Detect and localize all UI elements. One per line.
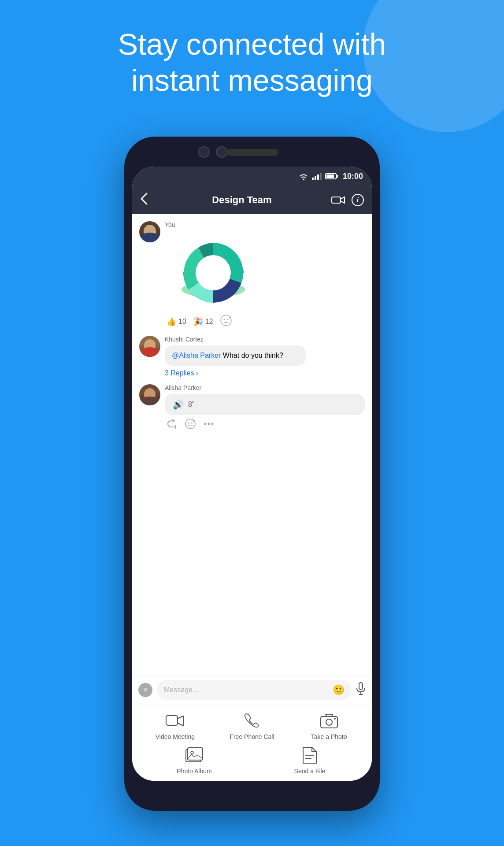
reply-action[interactable] bbox=[167, 419, 177, 429]
avatar-alisha bbox=[139, 384, 160, 405]
chart-image bbox=[165, 231, 262, 310]
svg-rect-28 bbox=[188, 748, 203, 760]
video-meeting-label: Video Meeting bbox=[156, 733, 195, 740]
sender-name-2: Khushi Cortez bbox=[165, 336, 365, 343]
audio-bubble: 🔊 8" bbox=[165, 394, 365, 415]
message-placeholder: Message... bbox=[164, 686, 198, 694]
replies-link[interactable]: 3 Replies › bbox=[165, 369, 365, 377]
svg-point-19 bbox=[211, 423, 214, 425]
status-time: 10:00 bbox=[343, 172, 363, 181]
message-input-field[interactable]: Message... 🙂 bbox=[157, 680, 352, 700]
phone-call-icon bbox=[241, 712, 263, 730]
message-content-2: Khushi Cortez @Alisha Parker What do you… bbox=[165, 336, 365, 377]
status-bar: 10:00 bbox=[132, 167, 372, 186]
svg-point-18 bbox=[208, 423, 210, 425]
add-reaction-button[interactable] bbox=[220, 315, 232, 329]
video-meeting-icon bbox=[164, 712, 186, 730]
hero-tagline: Stay connected with instant messaging bbox=[0, 26, 504, 98]
svg-point-25 bbox=[326, 719, 332, 725]
camera-icon bbox=[318, 712, 340, 730]
avatar-khushi bbox=[139, 336, 160, 357]
actions-row-1: Video Meeting Free Phone Call bbox=[137, 712, 367, 740]
info-button[interactable]: i bbox=[352, 194, 364, 206]
signal-icon bbox=[312, 173, 322, 180]
svg-point-17 bbox=[204, 423, 207, 425]
audio-wave-icon: 🔊 bbox=[173, 399, 184, 410]
svg-point-14 bbox=[191, 423, 193, 424]
send-file-icon bbox=[299, 746, 321, 764]
phone-screen: 10:00 Design Team bbox=[132, 167, 372, 781]
photo-album-action[interactable]: Photo Album bbox=[166, 746, 223, 775]
send-file-label: Send a File bbox=[294, 768, 326, 775]
svg-point-8 bbox=[227, 319, 228, 320]
photo-album-label: Photo Album bbox=[177, 768, 211, 775]
input-area: × Message... 🙂 bbox=[132, 675, 372, 705]
microphone-button[interactable] bbox=[356, 682, 366, 698]
app-bar: Design Team i bbox=[132, 186, 372, 214]
actions-row-2: Photo Album Send a File bbox=[137, 746, 367, 775]
text-bubble: @Alisha Parker What do you think? bbox=[165, 345, 306, 366]
phone-mockup: 10:00 Design Team bbox=[124, 137, 380, 811]
phone-speaker bbox=[226, 149, 278, 156]
take-photo-label: Take a Photo bbox=[311, 733, 347, 740]
svg-rect-20 bbox=[359, 683, 363, 690]
emoji-button[interactable]: 🙂 bbox=[333, 684, 345, 696]
reactions: 👍 10 🎉 12 bbox=[165, 315, 365, 329]
more-action[interactable] bbox=[204, 422, 214, 426]
front-camera-left bbox=[198, 146, 210, 158]
svg-point-7 bbox=[223, 319, 225, 320]
message-content: You bbox=[165, 221, 365, 329]
video-call-button[interactable] bbox=[331, 196, 345, 204]
back-button[interactable] bbox=[140, 193, 148, 208]
video-meeting-action[interactable]: Video Meeting bbox=[146, 712, 204, 740]
svg-rect-0 bbox=[332, 197, 341, 203]
photo-album-icon bbox=[183, 746, 205, 764]
app-bar-actions: i bbox=[331, 194, 364, 206]
chat-area: You bbox=[132, 214, 372, 675]
svg-rect-23 bbox=[166, 716, 178, 725]
take-photo-action[interactable]: Take a Photo bbox=[300, 712, 358, 740]
battery-icon bbox=[325, 173, 337, 179]
reaction-party[interactable]: 🎉 12 bbox=[193, 317, 213, 327]
bottom-actions: Video Meeting Free Phone Call bbox=[132, 705, 372, 781]
svg-point-13 bbox=[188, 423, 189, 424]
message-row-audio: Alisha Parker 🔊 8" bbox=[139, 384, 365, 429]
reaction-thumbs-up[interactable]: 👍 10 bbox=[167, 317, 186, 327]
message-actions bbox=[165, 419, 365, 429]
message-text: What do you think? bbox=[223, 352, 283, 359]
avatar-you bbox=[139, 221, 160, 242]
sender-name: You bbox=[165, 221, 365, 228]
svg-point-26 bbox=[334, 718, 336, 720]
send-file-action[interactable]: Send a File bbox=[281, 746, 338, 775]
message-row: You bbox=[139, 221, 365, 329]
svg-point-5 bbox=[196, 255, 231, 290]
emoji-react-action[interactable] bbox=[185, 419, 196, 429]
wifi-icon bbox=[299, 173, 308, 180]
close-button[interactable]: × bbox=[138, 683, 152, 697]
chat-title: Design Team bbox=[152, 194, 331, 206]
message-content-3: Alisha Parker 🔊 8" bbox=[165, 384, 365, 429]
free-phone-call-label: Free Phone Call bbox=[230, 733, 274, 740]
free-phone-call-action[interactable]: Free Phone Call bbox=[223, 712, 281, 740]
audio-duration: 8" bbox=[188, 401, 195, 408]
sender-name-3: Alisha Parker bbox=[165, 384, 365, 391]
mention: @Alisha Parker bbox=[172, 352, 221, 359]
phone-body: 10:00 Design Team bbox=[124, 137, 380, 811]
message-row: Khushi Cortez @Alisha Parker What do you… bbox=[139, 336, 365, 377]
